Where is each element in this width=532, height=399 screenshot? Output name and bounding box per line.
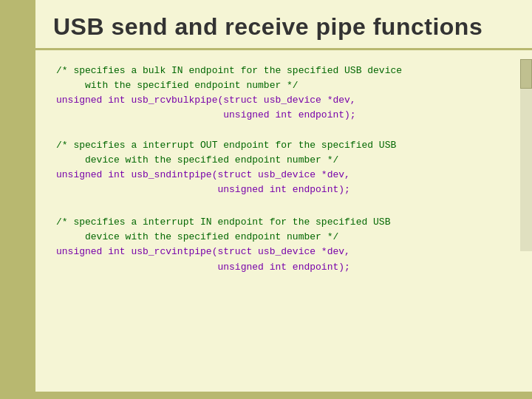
slide: USB send and receive pipe functions /* s… <box>0 0 532 399</box>
code-3-line-2: unsigned int endpoint); <box>56 260 511 275</box>
code-2-line-1: unsigned int usb_sndintpipe(struct usb_d… <box>56 168 511 183</box>
code-3-line-1: unsigned int usb_rcvintpipe(struct usb_d… <box>56 245 511 259</box>
code-1-line-1: unsigned int usb_rcvbulkpipe(struct usb_… <box>56 93 511 108</box>
comment-1-line-2: with the specified endpoint number */ <box>56 78 511 93</box>
comment-2-line-1: /* specifies a interrupt OUT endpoint fo… <box>56 138 511 153</box>
left-accent-bar <box>0 0 35 399</box>
slide-header: USB send and receive pipe functions <box>35 0 532 50</box>
slide-title: USB send and receive pipe functions <box>53 13 514 41</box>
bottom-accent-bar <box>0 392 532 399</box>
comment-3-line-2: device with the specified endpoint numbe… <box>56 230 511 245</box>
scrollbar[interactable] <box>520 59 532 251</box>
scrollbar-thumb[interactable] <box>520 59 532 89</box>
comment-3-line-1: /* specifies a interrupt IN endpoint for… <box>56 215 511 230</box>
code-2-line-2: unsigned int endpoint); <box>56 183 511 197</box>
code-1-line-2: unsigned int endpoint); <box>56 108 511 123</box>
comment-1-line-1: /* specifies a bulk IN endpoint for the … <box>56 64 511 78</box>
slide-content: /* specifies a bulk IN endpoint for the … <box>35 50 532 399</box>
comment-2-line-2: device with the specified endpoint numbe… <box>56 153 511 168</box>
code-block-3: /* specifies a interrupt IN endpoint for… <box>56 215 511 275</box>
code-block-1: /* specifies a bulk IN endpoint for the … <box>56 64 511 123</box>
code-block-2: /* specifies a interrupt OUT endpoint fo… <box>56 138 511 198</box>
